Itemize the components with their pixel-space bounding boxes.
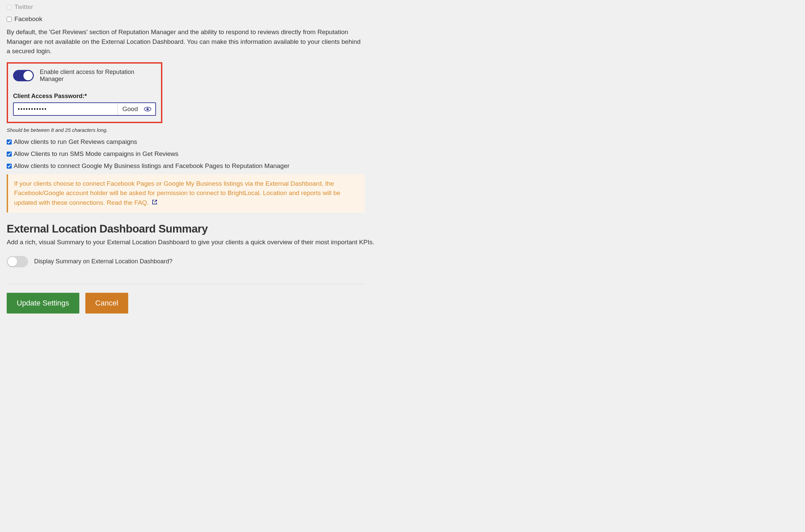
show-password-icon[interactable] xyxy=(143,107,155,112)
password-strength-indicator: Good xyxy=(117,103,143,115)
facebook-checkbox-row: Facebook xyxy=(7,15,375,23)
toggle-knob xyxy=(8,257,17,266)
facebook-checkbox[interactable] xyxy=(7,17,12,22)
facebook-label: Facebook xyxy=(14,15,42,23)
allow-connect-checkbox[interactable] xyxy=(7,164,12,169)
summary-heading: External Location Dashboard Summary xyxy=(7,223,375,235)
display-summary-label: Display Summary on External Location Das… xyxy=(34,258,172,265)
enable-client-access-label: Enable client access for Reputation Mana… xyxy=(40,69,156,83)
allow-connect-label: Allow clients to connect Google My Busin… xyxy=(14,162,289,170)
password-field-label: Client Access Password:* xyxy=(13,93,156,100)
twitter-checkbox-row: Twitter xyxy=(7,3,375,11)
callout-text: If your clients choose to connect Facebo… xyxy=(14,180,340,206)
allow-sms-row: Allow Clients to run SMS Mode campaigns … xyxy=(7,150,375,157)
connect-warning-callout: If your clients choose to connect Facebo… xyxy=(7,174,365,212)
enable-client-access-row: Enable client access for Reputation Mana… xyxy=(13,69,156,83)
rep-manager-description: By default, the 'Get Reviews' section of… xyxy=(7,27,361,56)
password-input-wrapper: Good xyxy=(13,102,156,116)
display-summary-toggle[interactable] xyxy=(7,256,28,267)
svg-point-1 xyxy=(147,108,149,110)
allow-get-reviews-label: Allow clients to run Get Reviews campaig… xyxy=(14,138,137,146)
enable-client-access-toggle[interactable] xyxy=(13,70,34,81)
callout-body-text: If your clients choose to connect Facebo… xyxy=(14,180,340,206)
allow-sms-checkbox[interactable] xyxy=(7,152,12,157)
action-buttons: Update Settings Cancel xyxy=(7,293,375,314)
summary-description: Add a rich, visual Summary to your Exter… xyxy=(7,239,375,246)
client-access-highlight-box: Enable client access for Reputation Mana… xyxy=(7,62,162,123)
client-access-password-input[interactable] xyxy=(14,103,117,115)
twitter-label: Twitter xyxy=(14,3,33,11)
cancel-button[interactable]: Cancel xyxy=(86,293,128,314)
svg-point-2 xyxy=(148,109,148,109)
external-link-icon xyxy=(152,198,157,208)
allow-get-reviews-checkbox[interactable] xyxy=(7,139,12,145)
allow-sms-label: Allow Clients to run SMS Mode campaigns … xyxy=(14,150,179,157)
password-hint: Should be between 8 and 25 characters lo… xyxy=(7,127,375,133)
display-summary-row: Display Summary on External Location Das… xyxy=(7,256,375,267)
update-settings-button[interactable]: Update Settings xyxy=(7,293,79,314)
allow-connect-row: Allow clients to connect Google My Busin… xyxy=(7,162,375,170)
read-faq-link[interactable]: Read the FAQ. xyxy=(107,199,149,206)
twitter-checkbox xyxy=(7,5,12,10)
divider xyxy=(7,284,365,284)
allow-get-reviews-row: Allow clients to run Get Reviews campaig… xyxy=(7,138,375,146)
toggle-knob xyxy=(23,71,33,80)
